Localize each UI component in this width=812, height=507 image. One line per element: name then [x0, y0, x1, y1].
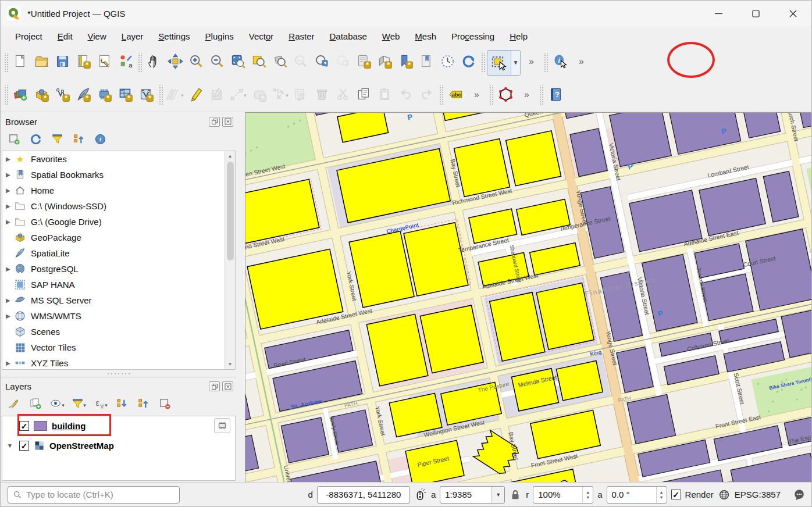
scale-combo[interactable]: 1:9385 ▼ — [440, 486, 505, 504]
expand-icon[interactable]: ▶ — [6, 219, 14, 225]
select-features-button[interactable]: ▼ — [487, 50, 521, 76]
remove-layer-button[interactable] — [156, 397, 173, 414]
zoom-out-button[interactable] — [206, 52, 227, 74]
scroll-up-icon[interactable]: ▲ — [228, 151, 233, 160]
zoom-to-selection-button[interactable] — [248, 52, 269, 74]
toolbar-handle[interactable] — [489, 85, 493, 105]
style-manager-button[interactable]: a — [115, 52, 136, 74]
browser-item-g-google-drive-[interactable]: ▶G:\ (Google Drive) — [2, 214, 235, 230]
menu-raster[interactable]: Raster — [282, 29, 320, 44]
pan-map-button[interactable] — [144, 52, 165, 74]
menu-mesh[interactable]: Mesh — [408, 29, 443, 44]
collapse-all-button[interactable] — [70, 131, 87, 149]
menu-settings[interactable]: Settings — [152, 29, 196, 44]
menu-help[interactable]: Help — [503, 29, 534, 44]
temporal-controller-button[interactable] — [437, 52, 458, 74]
layer-color-swatch[interactable] — [34, 421, 47, 431]
menu-view[interactable]: View — [81, 29, 113, 44]
panel-splitter-handle[interactable] — [1, 371, 237, 377]
layer-row-building[interactable]: ✓building — [2, 416, 235, 436]
filter-legend-button[interactable]: ▾ — [70, 397, 87, 414]
new-print-layout-button[interactable]: * — [73, 52, 94, 74]
layer-name[interactable]: building — [52, 421, 86, 431]
toolbar-handle[interactable] — [158, 85, 163, 105]
toolbar-handle[interactable] — [543, 53, 548, 73]
browser-item-postgresql[interactable]: ▶PostgreSQL — [2, 261, 235, 277]
memory-layer-indicator-icon[interactable] — [214, 418, 230, 433]
new-temporary-scratch-layer-button[interactable]: * — [73, 84, 94, 106]
layer-name[interactable]: OpenStreetMap — [49, 441, 114, 451]
manage-map-themes-button[interactable]: ▾ — [48, 397, 66, 414]
browser-item-scenes[interactable]: Scenes — [2, 324, 235, 340]
maximize-button[interactable] — [737, 1, 774, 26]
new-virtual-layer-button[interactable]: * — [115, 84, 136, 106]
expand-icon[interactable]: ▶ — [6, 187, 14, 194]
new-project-button[interactable] — [10, 52, 31, 74]
layer-row-openstreetmap[interactable]: ▼✓OpenStreetMap — [2, 436, 235, 456]
expand-icon[interactable]: ▶ — [6, 156, 14, 162]
identify-features-button[interactable]: i — [550, 52, 571, 74]
magnifier-down-icon[interactable]: ▼ — [586, 495, 590, 499]
menu-processing[interactable]: Processing — [445, 29, 501, 44]
new-map-view-button[interactable]: * — [353, 52, 374, 74]
expand-icon[interactable]: ▶ — [6, 360, 14, 366]
scrollbar-thumb[interactable] — [227, 162, 234, 260]
browser-item-favorites[interactable]: ▶★Favorites — [2, 151, 235, 167]
help-button[interactable]: ? — [545, 84, 566, 106]
attributes-overflow-button[interactable]: » — [571, 52, 592, 74]
rotation-down-icon[interactable]: ▼ — [660, 495, 664, 499]
collapse-all-layers-button[interactable] — [134, 397, 152, 414]
pan-to-selection-button[interactable] — [165, 52, 186, 74]
mouse-extents-toggle-icon[interactable] — [414, 488, 427, 501]
map-canvas[interactable]: Queen Street WestQueen Street WestRichmo… — [245, 112, 811, 482]
labeling-overflow-button[interactable]: » — [466, 84, 487, 106]
layer-visibility-checkbox[interactable]: ✓ — [19, 421, 29, 431]
expand-all-button[interactable] — [113, 397, 130, 414]
open-project-button[interactable] — [31, 52, 52, 74]
toolbar-handle[interactable] — [137, 53, 142, 73]
data-source-manager-button[interactable] — [10, 84, 31, 106]
crs-globe-icon[interactable] — [718, 488, 731, 501]
zoom-to-layer-button[interactable] — [269, 52, 290, 74]
browser-item-c-windows-ssd-[interactable]: ▶C:\ (Windows-SSD) — [2, 198, 235, 214]
menu-plugins[interactable]: Plugins — [199, 29, 240, 44]
new-mesh-layer-button[interactable]: * — [94, 84, 115, 106]
zoom-in-button[interactable] — [186, 52, 206, 74]
select-features-dropdown-icon[interactable]: ▼ — [511, 51, 520, 75]
scale-dropdown-icon[interactable]: ▼ — [492, 487, 504, 503]
rotation-up-icon[interactable]: ▲ — [660, 490, 664, 494]
crs-value[interactable]: EPSG:3857 — [735, 490, 781, 499]
refresh-browser-button[interactable] — [27, 131, 44, 149]
digitizing-overflow-button[interactable]: » — [516, 84, 537, 106]
save-project-button[interactable] — [52, 52, 73, 74]
browser-item-wms-wmts[interactable]: ▶WMS/WMTS — [2, 308, 235, 324]
menu-layer[interactable]: Layer — [115, 29, 150, 44]
show-vertices-button[interactable] — [495, 84, 516, 106]
filter-browser-button[interactable] — [48, 131, 66, 149]
new-3d-map-view-button[interactable]: * — [374, 52, 395, 74]
menu-vector[interactable]: Vector — [243, 29, 280, 44]
expand-icon[interactable]: ▶ — [6, 313, 14, 319]
new-shapefile-layer-button[interactable]: * — [52, 84, 73, 106]
layers-float-icon[interactable] — [209, 381, 220, 391]
zoom-last-button[interactable] — [311, 52, 332, 74]
layer-labeling-button[interactable]: abc — [445, 84, 466, 106]
toggle-editing-button[interactable] — [186, 84, 206, 106]
menu-web[interactable]: Web — [376, 29, 407, 44]
browser-float-icon[interactable] — [209, 117, 220, 127]
toolbar-handle[interactable] — [3, 53, 8, 73]
toolbar-overflow-button[interactable]: » — [521, 52, 542, 74]
browser-item-vector-tiles[interactable]: Vector Tiles — [2, 340, 235, 355]
browser-item-geopackage[interactable]: GeoPackage — [2, 230, 235, 245]
new-spatial-bookmark-button[interactable]: * — [395, 52, 416, 74]
magnifier-spinner[interactable]: 100% ▲▼ — [533, 486, 593, 504]
locator-search-input[interactable]: Type to locate (Ctrl+K) — [8, 486, 180, 504]
browser-item-sap-hana[interactable]: SAP HANA — [2, 277, 235, 292]
rotation-spinner[interactable]: 0.0 ° ▲▼ — [607, 486, 667, 504]
zoom-full-button[interactable] — [227, 52, 248, 74]
browser-item-home[interactable]: ▶Home — [2, 183, 235, 198]
magnifier-up-icon[interactable]: ▲ — [586, 490, 590, 494]
show-layout-manager-button[interactable] — [94, 52, 115, 74]
coordinate-field[interactable]: -8836371, 5411280 — [317, 486, 410, 504]
toolbar-handle[interactable] — [480, 53, 485, 73]
